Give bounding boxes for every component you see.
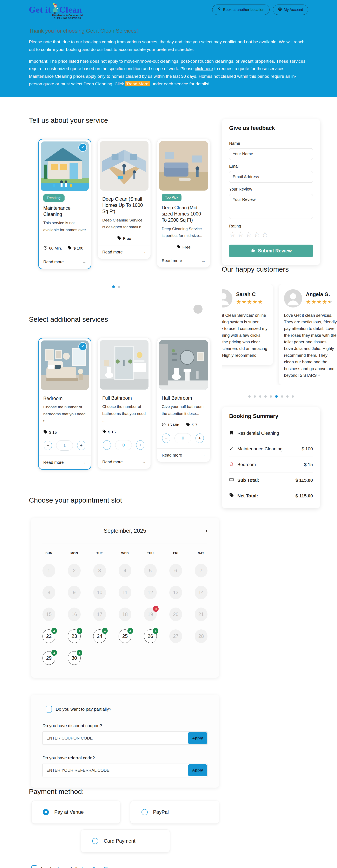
addon-description: Choose the number of bathrooms that you … xyxy=(102,403,146,424)
radio-icon[interactable] xyxy=(142,809,148,815)
logo-subtitle-1: Residential & Commercial xyxy=(52,14,83,17)
my-account-label: My Account xyxy=(284,8,303,12)
coupon-code-input[interactable] xyxy=(42,732,208,745)
read-more-button[interactable]: Read more → xyxy=(157,254,210,268)
quantity-increase-button[interactable]: + xyxy=(195,433,204,443)
name-input[interactable] xyxy=(229,148,313,160)
calendar-day-28: 28 xyxy=(195,629,208,643)
trash-icon[interactable] xyxy=(229,462,234,467)
terms-conditions-link[interactable]: terms & conditions xyxy=(82,866,114,868)
rating-label: Rating xyxy=(229,224,313,228)
calendar-day-27: 27 xyxy=(169,629,182,643)
addon-card-half-bathroom[interactable]: Half Bathroom Give your half bathroom th… xyxy=(157,338,210,462)
services-carousel-dots[interactable] xyxy=(29,285,203,288)
carousel-dot[interactable] xyxy=(281,395,283,398)
arrow-right-icon: → xyxy=(142,250,146,254)
payment-option-card-payment[interactable]: Card Payment xyxy=(81,830,170,852)
carousel-dot[interactable] xyxy=(275,395,278,398)
carousel-dot[interactable] xyxy=(270,395,272,398)
carousel-dot[interactable] xyxy=(112,285,115,288)
read-more-button[interactable]: Read more → xyxy=(98,245,151,259)
calendar-next-month-button[interactable]: › xyxy=(204,527,209,534)
calendar-day-15: 15 xyxy=(42,608,55,621)
top-pick-badge: Top Pick xyxy=(162,194,182,201)
terms-checkbox[interactable] xyxy=(31,865,37,868)
review-textarea[interactable] xyxy=(229,194,313,219)
calendar-day-23[interactable]: 234 xyxy=(68,629,81,643)
read-more-button[interactable]: Read more → xyxy=(98,455,151,469)
book-another-location-button[interactable]: Book at another Location xyxy=(212,4,270,15)
arrow-right-icon: → xyxy=(82,460,86,465)
day-number: 1 xyxy=(48,568,50,574)
addon-card-bedroom[interactable]: ✓ Bedroom Choose the number of bedrooms … xyxy=(38,338,91,470)
star-icon[interactable]: ☆ xyxy=(229,230,237,239)
feedback-card: Give us feedback Name Email Your Review … xyxy=(222,119,320,265)
payment-option-paypal[interactable]: PayPal xyxy=(130,801,219,824)
calendar-day-26[interactable]: 264 xyxy=(144,629,157,643)
star-icon[interactable]: ☆ xyxy=(262,230,270,239)
carousel-dot[interactable] xyxy=(248,395,251,398)
calendar-day-7: 7 xyxy=(195,564,208,578)
addon-price: $ 7 xyxy=(192,423,197,427)
calendar-day-24[interactable]: 244 xyxy=(93,629,106,643)
quantity-increase-button[interactable]: + xyxy=(136,440,144,450)
service-card-deep-clean-small[interactable]: Deep Clean (Small Homes Up To 1000 Sq Ft… xyxy=(97,139,151,259)
payment-option-pay-at-venue[interactable]: Pay at Venue xyxy=(31,801,120,824)
referral-code-input[interactable] xyxy=(42,764,208,777)
radio-icon[interactable] xyxy=(92,838,98,844)
quantity-increase-button[interactable]: + xyxy=(77,441,85,450)
rating-stars-input[interactable]: ☆☆☆☆☆ xyxy=(229,230,313,239)
coupon-question-label: Do you have discount coupon? xyxy=(42,723,208,728)
my-account-button[interactable]: My Account xyxy=(273,4,308,15)
submit-review-button[interactable]: Submit Review xyxy=(229,245,313,257)
testimonials-carousel-dots[interactable] xyxy=(222,395,320,398)
day-number: 19 xyxy=(148,612,153,617)
calendar-day-name: FRI xyxy=(169,551,182,555)
click-here-link[interactable]: click here xyxy=(195,66,213,71)
star-icon[interactable]: ☆ xyxy=(253,230,262,239)
radio-selected-icon[interactable] xyxy=(43,809,49,815)
quantity-decrease-button[interactable]: − xyxy=(103,440,111,450)
calendar-day-22[interactable]: 224 xyxy=(42,629,55,643)
carousel-dot[interactable] xyxy=(286,395,288,398)
testimonials-next-button[interactable]: → xyxy=(193,305,203,314)
pay-partially-checkbox[interactable] xyxy=(46,706,52,713)
testimonials-title: Our happy customers xyxy=(222,265,337,273)
calendar-day-30[interactable]: 304 xyxy=(68,651,81,665)
star-icon: ★★ xyxy=(328,299,333,305)
carousel-dot[interactable] xyxy=(118,286,120,288)
read-more-button[interactable]: Read more → xyxy=(39,456,91,469)
star-icon[interactable]: ☆ xyxy=(237,230,245,239)
carousel-dot[interactable] xyxy=(259,395,261,398)
carousel-dot[interactable] xyxy=(292,395,294,398)
service-card-maintenance-cleaning[interactable]: ✓ Trending! Maintenance Cleaning This se… xyxy=(38,139,91,269)
calendar-grid: 1234567891011121314151617181902021224234… xyxy=(42,564,208,665)
read-more-button[interactable]: Read more → xyxy=(39,255,91,269)
sidebar: Give us feedback Name Email Your Review … xyxy=(222,97,337,508)
calendar-section-title: Choose your appointment slot xyxy=(29,496,220,504)
greeting-text: Thank you for choosing Get it Clean Serv… xyxy=(29,28,308,34)
addon-card-full-bathroom[interactable]: Full Bathroom Choose the number of bathr… xyxy=(97,338,151,469)
quantity-decrease-button[interactable]: − xyxy=(162,433,171,443)
pay-partially-option[interactable]: Do you want to pay partially? xyxy=(46,706,208,713)
service-card-deep-clean-mid[interactable]: Top Pick Deep Clean (Mid-sized Homes 100… xyxy=(157,139,210,268)
email-input[interactable] xyxy=(229,171,313,183)
day-number: 16 xyxy=(71,612,77,617)
calendar-day-11: 11 xyxy=(119,586,131,599)
banknote-icon xyxy=(229,477,234,483)
booking-summary-card: Booking Summary Residential Cleaning Mai… xyxy=(222,407,320,508)
calendar-day-25[interactable]: 254 xyxy=(119,629,131,643)
quantity-decrease-button[interactable]: − xyxy=(44,441,52,450)
subtotal-label: Sub Total: xyxy=(237,477,259,483)
coupon-apply-button[interactable]: Apply xyxy=(188,732,207,744)
summary-item-price: $ 100 xyxy=(302,446,313,452)
terms-agree-row[interactable]: I read and agree to the terms & conditio… xyxy=(31,865,220,868)
carousel-dot[interactable] xyxy=(254,395,256,398)
star-icon[interactable]: ☆ xyxy=(245,230,253,239)
price-tag-icon xyxy=(117,236,121,241)
calendar-day-29[interactable]: 294 xyxy=(42,651,55,665)
carousel-dot[interactable] xyxy=(265,395,267,398)
referral-apply-button[interactable]: Apply xyxy=(188,764,207,776)
read-more-button[interactable]: Read more → xyxy=(157,448,210,462)
read-more-highlight: 'Read More' xyxy=(125,81,150,86)
